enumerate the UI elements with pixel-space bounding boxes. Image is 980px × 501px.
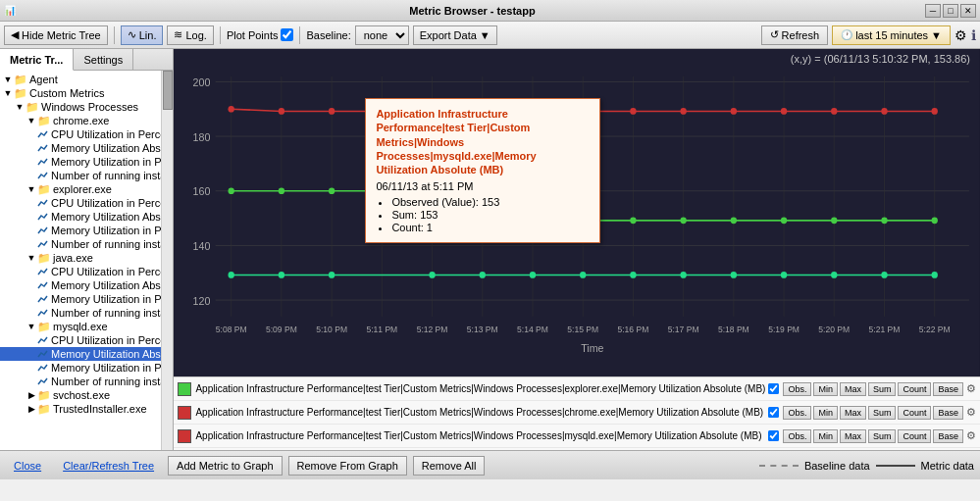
separator-3 xyxy=(299,26,300,44)
tree-item-agent[interactable]: ▼📁Agent xyxy=(0,73,161,86)
info-icon[interactable]: ℹ xyxy=(971,27,976,43)
svg-point-70 xyxy=(882,217,888,224)
tree-item-explorer-mem-pct[interactable]: Memory Utilization in Percent xyxy=(0,224,161,237)
tree-item-mysqld[interactable]: ▼📁mysqld.exe xyxy=(0,320,161,333)
tree-arrow-mysqld[interactable]: ▼ xyxy=(26,321,37,332)
metric-icon-chrome-mem-pct xyxy=(37,156,49,168)
export-data-button[interactable]: Export Data ▼ xyxy=(413,25,497,45)
tree-label-chrome-mem-pct: Memory Utilization in Percent xyxy=(51,156,161,168)
dropdown-icon: ▼ xyxy=(480,29,490,41)
legend-btn-sum-1[interactable]: Sum xyxy=(868,406,897,420)
legend-gear-2[interactable]: ⚙ xyxy=(966,429,976,442)
svg-point-72 xyxy=(229,272,234,278)
add-metric-to-graph-button[interactable]: Add Metric to Graph xyxy=(168,456,282,476)
legend-btn-obs.-2[interactable]: Obs. xyxy=(783,429,811,443)
tree-item-mysqld-instances[interactable]: Number of running instances xyxy=(0,375,161,388)
legend-checkbox-1[interactable] xyxy=(768,407,779,418)
tree-item-java-mem-pct[interactable]: Memory Utilization in Percent xyxy=(0,292,161,306)
tree-arrow-agent[interactable]: ▼ xyxy=(2,74,14,85)
tab-metric-tree[interactable]: Metric Tr... xyxy=(0,49,74,71)
tree-item-explorer-mem-abs[interactable]: Memory Utilization Absolute (MB) xyxy=(0,210,161,224)
plot-points-checkbox[interactable] xyxy=(281,28,293,41)
tree-item-chrome[interactable]: ▼📁chrome.exe xyxy=(0,114,161,127)
tree-arrow-trustedinstaller[interactable]: ▶ xyxy=(26,403,37,415)
tree-item-explorer[interactable]: ▼📁explorer.exe xyxy=(0,182,161,196)
legend-btn-base-1[interactable]: Base xyxy=(933,406,963,420)
folder-icon-chrome: 📁 xyxy=(37,115,51,126)
tree-item-java[interactable]: ▼📁java.exe xyxy=(0,251,161,265)
titlebar: 📊 Metric Browser - testapp ─ □ ✕ xyxy=(0,0,980,22)
baseline-select[interactable]: none xyxy=(355,25,409,45)
legend-btn-count-0[interactable]: Count xyxy=(898,382,931,396)
folder-icon-custom-metrics: 📁 xyxy=(14,87,27,99)
tree-item-chrome-mem-pct[interactable]: Memory Utilization in Percent xyxy=(0,155,161,169)
legend-checkbox-0[interactable] xyxy=(768,383,779,394)
time-range-button[interactable]: 🕐 last 15 minutes ▼ xyxy=(832,25,951,45)
clear-refresh-tree-button[interactable]: Clear/Refresh Tree xyxy=(55,456,162,476)
tree-item-explorer-cpu[interactable]: CPU Utilization in Percent xyxy=(0,196,161,210)
close-button[interactable]: Close xyxy=(6,456,49,476)
legend-btn-count-1[interactable]: Count xyxy=(898,406,931,420)
tree-item-java-cpu[interactable]: CPU Utilization in Percent xyxy=(0,265,161,278)
tree-item-chrome-instances[interactable]: Number of running instances xyxy=(0,169,161,182)
tree-arrow-svchost[interactable]: ▶ xyxy=(26,389,37,401)
svg-text:5:14 PM: 5:14 PM xyxy=(517,325,548,334)
folder-icon-windows-processes: 📁 xyxy=(26,101,39,113)
hide-metric-tree-button[interactable]: ◀ Hide Metric Tree xyxy=(4,25,108,45)
graph-canvas[interactable]: 200 180 160 140 120 5:08 PM 5:09 PM 5:10… xyxy=(174,49,980,376)
log-button[interactable]: ≋ Log. xyxy=(167,25,213,45)
tree-label-java-mem-pct: Memory Utilization in Percent xyxy=(51,293,161,305)
legend-btn-max-0[interactable]: Max xyxy=(840,382,866,396)
tree-item-mysqld-mem-abs[interactable]: Memory Utilization Absolute (MB) xyxy=(0,347,161,361)
tab-settings[interactable]: Settings xyxy=(74,49,133,70)
tree-label-windows-processes: Windows Processes xyxy=(41,101,138,113)
tree-item-trustedinstaller[interactable]: ▶📁TrustedInstaller.exe xyxy=(0,402,161,416)
legend-btn-min-0[interactable]: Min xyxy=(813,382,838,396)
refresh-button[interactable]: ↺ Refresh xyxy=(761,25,829,45)
legend-checkbox-2[interactable] xyxy=(768,430,779,441)
legend-btn-max-1[interactable]: Max xyxy=(840,406,866,420)
legend-btn-base-0[interactable]: Base xyxy=(933,382,963,396)
tree-item-mysqld-mem-pct[interactable]: Memory Utilization in Percent xyxy=(0,361,161,375)
legend-gear-0[interactable]: ⚙ xyxy=(966,382,976,395)
legend-btn-count-2[interactable]: Count xyxy=(898,429,931,443)
legend-btn-obs.-1[interactable]: Obs. xyxy=(783,406,811,420)
tree-item-java-mem-abs[interactable]: Memory Utilization Absolute (MB) xyxy=(0,278,161,292)
legend-btn-obs.-0[interactable]: Obs. xyxy=(783,382,811,396)
lin-button[interactable]: ∿ Lin. xyxy=(121,25,164,45)
remove-from-graph-button[interactable]: Remove From Graph xyxy=(288,456,407,476)
tree-item-java-instances[interactable]: Number of running instances xyxy=(0,306,161,320)
tree-item-explorer-instances[interactable]: Number of running instances xyxy=(0,237,161,251)
tree-item-chrome-mem-abs[interactable]: Memory Utilization Absolute (MB) xyxy=(0,141,161,155)
gear-icon[interactable]: ⚙ xyxy=(954,27,967,43)
tree-arrow-chrome[interactable]: ▼ xyxy=(26,115,37,126)
tree-arrow-java[interactable]: ▼ xyxy=(26,252,37,264)
tree-arrow-windows-processes[interactable]: ▼ xyxy=(14,101,26,113)
maximize-button[interactable]: □ xyxy=(943,4,958,18)
legend-btn-min-1[interactable]: Min xyxy=(813,406,838,420)
dropdown-arrow-icon: ▼ xyxy=(931,29,942,41)
tree-item-custom-metrics[interactable]: ▼📁Custom Metrics xyxy=(0,86,161,100)
legend-btn-sum-0[interactable]: Sum xyxy=(868,382,897,396)
close-button[interactable]: ✕ xyxy=(960,4,976,18)
remove-all-button[interactable]: Remove All xyxy=(413,456,486,476)
legend-btn-max-2[interactable]: Max xyxy=(840,429,866,443)
tree-arrow-custom-metrics[interactable]: ▼ xyxy=(2,87,14,99)
minimize-button[interactable]: ─ xyxy=(925,4,941,18)
scrollbar[interactable] xyxy=(161,71,173,450)
tree-item-svchost[interactable]: ▶📁svchost.exe xyxy=(0,388,161,402)
tree-item-windows-processes[interactable]: ▼📁Windows Processes xyxy=(0,100,161,114)
legend-btn-min-2[interactable]: Min xyxy=(813,429,838,443)
legend-gear-1[interactable]: ⚙ xyxy=(966,406,976,419)
legend-btn-sum-2[interactable]: Sum xyxy=(868,429,897,443)
tree-label-svchost: svchost.exe xyxy=(53,389,110,401)
legend-btn-base-2[interactable]: Base xyxy=(933,429,963,443)
svg-point-77 xyxy=(430,272,436,278)
baseline-info: Baseline data Metric data xyxy=(759,460,974,472)
tree-item-chrome-cpu[interactable]: CPU Utilization in Percent xyxy=(0,127,161,141)
tree-item-mysqld-cpu[interactable]: CPU Utilization in Percent xyxy=(0,333,161,347)
tree-arrow-explorer[interactable]: ▼ xyxy=(26,183,37,195)
panel-tabs: Metric Tr... Settings xyxy=(0,49,173,71)
tree-label-agent: Agent xyxy=(29,74,58,85)
tree-label-explorer: explorer.exe xyxy=(53,183,112,195)
